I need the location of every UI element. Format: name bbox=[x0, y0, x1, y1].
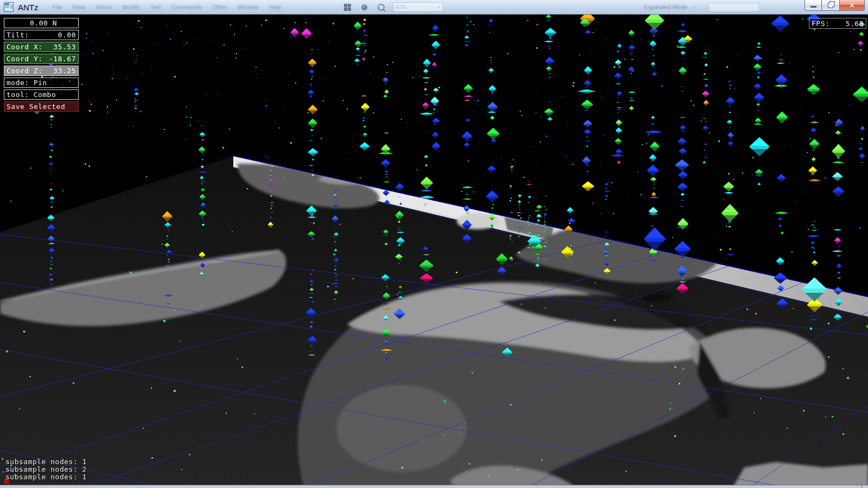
pin-marker[interactable] bbox=[311, 170, 314, 171]
pin-marker[interactable] bbox=[833, 313, 841, 320]
pin-marker[interactable] bbox=[462, 234, 471, 243]
pin-marker[interactable] bbox=[398, 227, 400, 229]
pin-marker[interactable] bbox=[755, 110, 761, 111]
pin-marker[interactable] bbox=[681, 192, 685, 196]
pin-marker[interactable] bbox=[838, 307, 840, 309]
pin-marker[interactable] bbox=[489, 18, 493, 23]
pin-marker[interactable] bbox=[547, 46, 550, 48]
pin-marker[interactable] bbox=[510, 239, 511, 240]
pin-marker[interactable] bbox=[538, 260, 539, 261]
pin-marker[interactable] bbox=[335, 279, 337, 282]
pin-marker[interactable] bbox=[492, 204, 495, 205]
pin-marker[interactable] bbox=[423, 254, 430, 256]
pin-marker[interactable] bbox=[528, 181, 531, 182]
pin-marker[interactable] bbox=[309, 297, 313, 298]
pin-marker[interactable] bbox=[519, 235, 521, 236]
pin-marker[interactable] bbox=[832, 187, 844, 197]
pin-marker[interactable] bbox=[47, 224, 55, 232]
pin-marker[interactable] bbox=[270, 208, 272, 209]
pin-marker[interactable] bbox=[756, 103, 760, 107]
pin-marker[interactable] bbox=[510, 187, 512, 188]
pin-marker[interactable] bbox=[810, 150, 816, 151]
pin-marker[interactable] bbox=[424, 88, 427, 92]
pin-marker[interactable] bbox=[134, 101, 137, 102]
pin-marker[interactable] bbox=[419, 189, 432, 192]
pin-marker[interactable] bbox=[519, 233, 520, 234]
hud-row-coord-x[interactable]: Coord X:35.53 bbox=[4, 42, 79, 52]
pin-marker[interactable] bbox=[135, 107, 137, 110]
pin-marker[interactable] bbox=[468, 21, 469, 22]
pin-marker[interactable] bbox=[519, 254, 521, 255]
pin-marker[interactable] bbox=[583, 110, 589, 111]
pin-marker[interactable] bbox=[776, 111, 788, 124]
pin-marker[interactable] bbox=[488, 85, 496, 93]
pin-marker[interactable] bbox=[382, 329, 391, 337]
pin-marker[interactable] bbox=[201, 183, 202, 184]
pin-marker[interactable] bbox=[167, 255, 168, 256]
pin-marker[interactable] bbox=[545, 226, 546, 227]
pin-marker[interactable] bbox=[464, 36, 469, 40]
pin-marker[interactable] bbox=[431, 41, 440, 49]
pin-marker[interactable] bbox=[812, 247, 815, 250]
pin-marker[interactable] bbox=[628, 30, 635, 37]
pin-marker[interactable] bbox=[270, 190, 273, 191]
pin-marker[interactable] bbox=[200, 176, 203, 180]
pin-marker[interactable] bbox=[361, 45, 367, 46]
pin-marker[interactable] bbox=[605, 231, 608, 233]
pin-marker[interactable] bbox=[518, 215, 520, 217]
pin-marker[interactable] bbox=[399, 202, 402, 205]
pin-marker[interactable] bbox=[812, 66, 815, 67]
pin-marker[interactable] bbox=[311, 300, 314, 303]
pin-marker[interactable] bbox=[676, 46, 687, 49]
pin-marker[interactable] bbox=[50, 256, 54, 260]
pin-marker[interactable] bbox=[396, 232, 404, 233]
pin-marker[interactable] bbox=[334, 190, 337, 191]
pin-marker[interactable] bbox=[616, 102, 620, 103]
pin-marker[interactable] bbox=[510, 222, 512, 223]
pin-marker[interactable] bbox=[529, 200, 530, 200]
pin-marker[interactable] bbox=[675, 159, 690, 171]
pin-marker[interactable] bbox=[48, 235, 55, 242]
pin-marker[interactable] bbox=[463, 198, 472, 200]
pin-marker[interactable] bbox=[271, 212, 273, 213]
pin-marker[interactable] bbox=[581, 99, 593, 110]
pin-marker[interactable] bbox=[704, 149, 706, 151]
pin-marker[interactable] bbox=[544, 259, 545, 260]
pin-marker[interactable] bbox=[50, 173, 52, 174]
pin-marker[interactable] bbox=[48, 243, 55, 245]
pin-marker[interactable] bbox=[653, 55, 655, 57]
pin-marker[interactable] bbox=[650, 177, 657, 182]
pin-marker[interactable] bbox=[510, 169, 513, 170]
pin-marker[interactable] bbox=[382, 292, 390, 300]
pin-marker[interactable] bbox=[432, 53, 437, 56]
pin-marker[interactable] bbox=[543, 231, 545, 233]
pin-marker[interactable] bbox=[311, 237, 314, 241]
pin-marker[interactable] bbox=[518, 251, 521, 254]
pin-marker[interactable] bbox=[813, 252, 815, 254]
pin-marker[interactable] bbox=[777, 174, 786, 182]
pin-marker[interactable] bbox=[419, 196, 435, 199]
pin-marker[interactable] bbox=[729, 248, 732, 251]
pin-marker[interactable] bbox=[546, 15, 551, 19]
pin-marker[interactable] bbox=[462, 131, 473, 142]
pin-marker[interactable] bbox=[519, 210, 520, 211]
pin-marker[interactable] bbox=[680, 206, 684, 207]
menu-item-select[interactable]: Select bbox=[95, 4, 112, 10]
pin-marker[interactable] bbox=[423, 69, 429, 74]
pin-marker[interactable] bbox=[270, 187, 271, 188]
pin-marker[interactable] bbox=[630, 59, 634, 60]
pin-marker[interactable] bbox=[168, 231, 169, 232]
pin-marker[interactable] bbox=[835, 130, 841, 135]
pin-marker[interactable] bbox=[754, 84, 761, 90]
pin-marker[interactable] bbox=[615, 149, 622, 155]
pin-marker[interactable] bbox=[423, 247, 428, 252]
pin-marker[interactable] bbox=[812, 115, 814, 118]
pin-marker[interactable] bbox=[771, 15, 789, 31]
pin-marker[interactable] bbox=[539, 230, 540, 231]
pin-marker[interactable] bbox=[362, 23, 366, 26]
pin-marker[interactable] bbox=[489, 25, 491, 27]
pin-marker[interactable] bbox=[860, 126, 865, 131]
pin-marker[interactable] bbox=[363, 61, 365, 62]
pin-marker[interactable] bbox=[510, 221, 511, 221]
pin-marker[interactable] bbox=[167, 239, 168, 240]
